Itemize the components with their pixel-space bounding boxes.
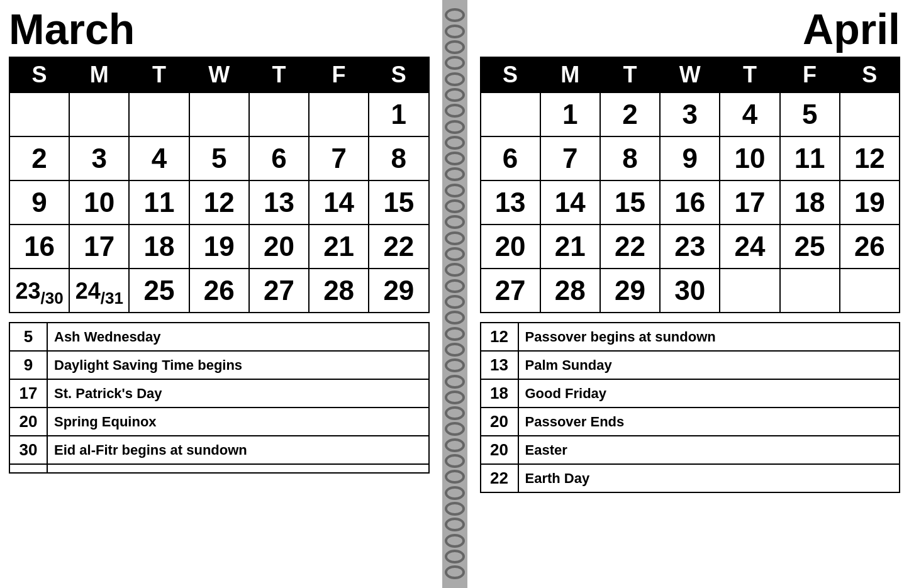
march-events: 5Ash Wednesday9Daylight Saving Time begi… bbox=[9, 322, 430, 474]
calendar-day: 24/31 bbox=[69, 269, 129, 313]
event-number: 9 bbox=[9, 351, 47, 379]
spiral-ring bbox=[445, 438, 465, 452]
event-row: 18Good Friday bbox=[481, 379, 900, 408]
calendar-day: 22 bbox=[369, 225, 428, 269]
event-description bbox=[47, 464, 429, 473]
event-number: 17 bbox=[9, 379, 47, 408]
calendar-day: 10 bbox=[69, 180, 129, 225]
spiral-ring bbox=[445, 502, 465, 516]
day-header: T bbox=[249, 57, 309, 92]
spiral-ring bbox=[445, 136, 465, 150]
event-row: 30Eid al-Fitr begins at sundown bbox=[9, 436, 429, 464]
spiral-ring bbox=[445, 199, 465, 213]
event-number: 13 bbox=[481, 351, 518, 379]
event-row: 17St. Patrick's Day bbox=[9, 379, 429, 408]
calendar-day: 15 bbox=[369, 180, 428, 225]
spiral-ring bbox=[445, 104, 465, 118]
event-description: Earth Day bbox=[518, 464, 900, 492]
day-header: T bbox=[129, 57, 189, 92]
spiral-ring bbox=[445, 184, 465, 197]
spiral-ring bbox=[445, 534, 465, 548]
spiral-ring bbox=[445, 72, 465, 86]
calendar-day: 5 bbox=[780, 92, 840, 136]
calendar-day: 7 bbox=[309, 136, 369, 180]
calendar-day bbox=[9, 92, 69, 136]
calendar-day: 29 bbox=[600, 269, 660, 313]
event-description: St. Patrick's Day bbox=[47, 379, 429, 408]
calendar-day: 14 bbox=[540, 180, 600, 225]
spiral-ring bbox=[445, 550, 465, 563]
spiral-ring bbox=[445, 56, 465, 70]
calendar-day: 9 bbox=[660, 136, 720, 180]
calendar-day: 9 bbox=[9, 180, 69, 225]
spiral-ring bbox=[445, 152, 465, 165]
event-number bbox=[9, 464, 47, 473]
event-description: Good Friday bbox=[518, 379, 900, 408]
calendar-day bbox=[309, 92, 369, 136]
calendar-day: 8 bbox=[600, 136, 660, 180]
calendar-day: 21 bbox=[309, 225, 369, 269]
april-page: April SMTWTFS 12345678910111213141516171… bbox=[467, 0, 910, 588]
april-title: April bbox=[480, 8, 901, 50]
calendar-day: 23/30 bbox=[9, 269, 69, 313]
calendar-day: 17 bbox=[69, 225, 129, 269]
calendar-day: 7 bbox=[540, 136, 600, 180]
calendar-day: 1 bbox=[540, 92, 600, 136]
calendar-day: 12 bbox=[189, 180, 249, 225]
spiral-ring bbox=[445, 327, 465, 341]
event-row bbox=[9, 464, 429, 473]
spiral-binding bbox=[442, 0, 467, 588]
calendar-day: 11 bbox=[780, 136, 840, 180]
calendar-day bbox=[840, 92, 900, 136]
calendar-day: 3 bbox=[69, 136, 129, 180]
day-header: S bbox=[840, 57, 900, 92]
spiral-ring bbox=[445, 295, 465, 309]
calendar-day: 25 bbox=[780, 225, 840, 269]
calendar-day: 3 bbox=[660, 92, 720, 136]
calendar-day: 14 bbox=[309, 180, 369, 225]
march-title: March bbox=[9, 8, 430, 50]
event-description: Spring Equinox bbox=[47, 408, 429, 436]
event-row: 9Daylight Saving Time begins bbox=[9, 351, 429, 379]
event-description: Passover begins at sundown bbox=[518, 323, 900, 351]
april-calendar: SMTWTFS 12345678910111213141516171819202… bbox=[480, 57, 901, 313]
calendar-day: 18 bbox=[129, 225, 189, 269]
calendar-day: 19 bbox=[840, 180, 900, 225]
calendar-day: 15 bbox=[600, 180, 660, 225]
spiral-ring bbox=[445, 375, 465, 389]
spiral-ring bbox=[445, 343, 465, 357]
event-number: 18 bbox=[481, 379, 518, 408]
spiral-ring bbox=[445, 279, 465, 293]
calendar-day: 2 bbox=[600, 92, 660, 136]
calendar-day bbox=[720, 269, 779, 313]
day-header: M bbox=[69, 57, 129, 92]
event-description: Eid al-Fitr begins at sundown bbox=[47, 436, 429, 464]
calendar-day: 17 bbox=[720, 180, 779, 225]
day-header: F bbox=[780, 57, 840, 92]
spiral-ring bbox=[445, 311, 465, 325]
day-header: S bbox=[369, 57, 428, 92]
calendar-day: 16 bbox=[9, 225, 69, 269]
calendar-day: 27 bbox=[481, 269, 540, 313]
spiral-ring bbox=[445, 40, 465, 54]
day-header: S bbox=[481, 57, 540, 92]
calendar-day: 20 bbox=[481, 225, 540, 269]
day-header: W bbox=[189, 57, 249, 92]
day-header: F bbox=[309, 57, 369, 92]
event-description: Easter bbox=[518, 436, 900, 464]
calendar-day: 23 bbox=[660, 225, 720, 269]
calendar-day: 21 bbox=[540, 225, 600, 269]
event-number: 20 bbox=[481, 408, 518, 436]
calendar-day: 11 bbox=[129, 180, 189, 225]
spiral-ring bbox=[445, 391, 465, 404]
calendar-day: 18 bbox=[780, 180, 840, 225]
day-header: W bbox=[660, 57, 720, 92]
calendar-day: 30 bbox=[660, 269, 720, 313]
calendar-day: 24 bbox=[720, 225, 779, 269]
calendar-day: 8 bbox=[369, 136, 428, 180]
calendar-day: 29 bbox=[369, 269, 428, 313]
spiral-ring bbox=[445, 454, 465, 468]
calendar-day: 6 bbox=[249, 136, 309, 180]
calendar-day bbox=[481, 92, 540, 136]
planner: March SMTWTFS 12345678910111213141516171… bbox=[0, 0, 909, 588]
